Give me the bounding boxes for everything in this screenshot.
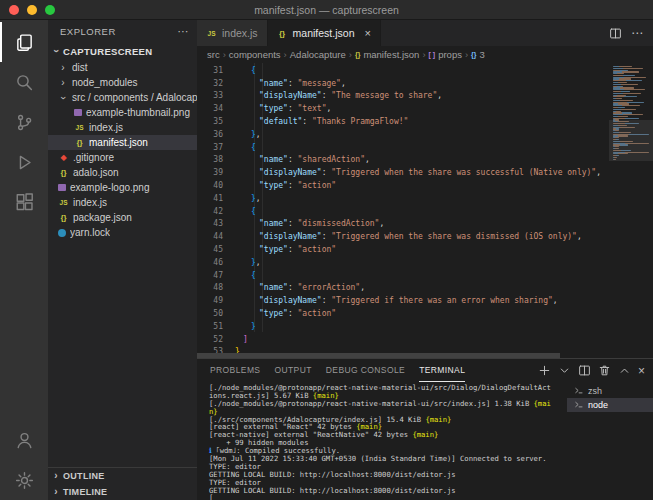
minimap-slider[interactable]	[609, 120, 653, 161]
image-file-icon	[58, 184, 66, 191]
line-number: 39	[197, 168, 235, 177]
tree-item-src-components-adalocapture[interactable]: ›src / components / Adalocapture	[48, 90, 197, 105]
close-tab-icon[interactable]: ×	[364, 27, 370, 39]
json-symbol-icon: {}	[355, 51, 360, 58]
code-text: "type": "text",	[235, 104, 331, 113]
activity-bar-bottom	[0, 420, 48, 500]
code-line[interactable]: 49"displayName": "Triggered if there was…	[197, 294, 653, 307]
explorer-sidebar: EXPLORER ⋯ › CAPTURESCREEN ›dist›node_mo…	[48, 20, 197, 500]
breadcrumb-adalocapture[interactable]: Adalocapture	[290, 49, 346, 60]
breadcrumb-src[interactable]: src	[207, 49, 220, 60]
code-line[interactable]: 38"name": "sharedAction",	[197, 154, 653, 167]
zoom-window-button[interactable]	[45, 5, 55, 15]
code-line[interactable]: 43"name": "dismissedAction",	[197, 218, 653, 231]
close-panel-icon[interactable]: ×	[638, 364, 645, 378]
minimap[interactable]	[609, 63, 653, 358]
panel-tab-debug-console[interactable]: DEBUG CONSOLE	[326, 359, 405, 382]
terminal-picker-icon[interactable]	[558, 364, 571, 377]
terminal-output[interactable]: [./node_modules/@protonapp/react-native-…	[197, 382, 567, 500]
tree-item-label: example-thumbnail.png	[86, 107, 190, 118]
activity-explorer-button[interactable]	[0, 22, 48, 62]
split-terminal-icon[interactable]	[578, 364, 591, 377]
code-line[interactable]: 31{	[197, 64, 653, 77]
code-editor[interactable]: 31{32"name": "message",33"displayName": …	[197, 63, 653, 358]
tree-item-example-thumbnail-png[interactable]: example-thumbnail.png	[48, 105, 197, 120]
json-file-icon: {}	[74, 138, 85, 147]
breadcrumb-label: components	[229, 49, 281, 60]
breadcrumb-manifest-json[interactable]: {}manifest.json	[355, 49, 419, 60]
code-line[interactable]: 51}	[197, 320, 653, 333]
code-text: "displayName": "Triggered when the share…	[235, 168, 601, 177]
panel-tab-output[interactable]: OUTPUT	[274, 359, 311, 382]
code-text: "displayName": "Triggered if there was a…	[235, 296, 558, 305]
code-line[interactable]: 33"displayName": "The message to share",	[197, 90, 653, 103]
tree-item-adalo-json[interactable]: {}adalo.json	[48, 165, 197, 180]
code-line[interactable]: 45"type": "action"	[197, 243, 653, 256]
kill-terminal-icon[interactable]	[598, 364, 611, 377]
breadcrumb-label: 3	[480, 49, 485, 60]
code-line[interactable]: 36},	[197, 128, 653, 141]
tab-manifest-json[interactable]: {}manifest.json×	[268, 20, 381, 46]
file-tree: ›dist›node_modules›src / components / Ad…	[48, 60, 197, 467]
tree-item-node-modules[interactable]: ›node_modules	[48, 75, 197, 90]
tree-item-gitignore[interactable]: ◆.gitignore	[48, 150, 197, 165]
tree-item-manifest-json[interactable]: {}manifest.json	[48, 135, 197, 150]
breadcrumb-3[interactable]: {}3	[471, 49, 485, 60]
code-line[interactable]: 52]	[197, 333, 653, 346]
scrollbar-thumb[interactable]	[197, 353, 560, 358]
breadcrumb-props[interactable]: [ ]props	[429, 49, 462, 60]
code-line[interactable]: 40"type": "action"	[197, 179, 653, 192]
vscode-window: manifest.json — capturescreen EXPLORER ⋯…	[0, 0, 653, 500]
code-text: },	[235, 194, 261, 203]
tree-item-yarn-lock[interactable]: yarn.lock	[48, 225, 197, 240]
horizontal-scrollbar[interactable]	[197, 353, 609, 358]
tree-item-index-js[interactable]: JSindex.js	[48, 120, 197, 135]
code-line[interactable]: 48"name": "errorAction",	[197, 282, 653, 295]
code-line[interactable]: 47{	[197, 269, 653, 282]
code-line[interactable]: 46},	[197, 256, 653, 269]
new-terminal-icon[interactable]	[538, 364, 551, 377]
code-line[interactable]: 41},	[197, 192, 653, 205]
sidebar-section-outline[interactable]: ›OUTLINE	[48, 468, 197, 484]
panel-tab-problems[interactable]: PROBLEMS	[210, 359, 260, 382]
tab-index-js[interactable]: JSindex.js	[197, 20, 268, 46]
tree-item-dist[interactable]: ›dist	[48, 60, 197, 75]
close-window-button[interactable]	[9, 5, 19, 15]
activity-source-control-button[interactable]	[0, 102, 48, 142]
code-line[interactable]: 35"default": "Thanks PramgaFlow!"	[197, 115, 653, 128]
chevron-down-icon: ›	[58, 93, 68, 103]
activity-search-button[interactable]	[0, 62, 48, 102]
code-line[interactable]: 37{	[197, 141, 653, 154]
panel-tab-terminal[interactable]: TERMINAL	[419, 359, 465, 382]
split-editor-icon[interactable]	[609, 27, 622, 40]
code-text: "type": "action"	[235, 309, 336, 318]
workspace-section-header[interactable]: › CAPTURESCREEN	[48, 42, 197, 60]
maximize-panel-icon[interactable]	[618, 364, 631, 377]
line-number: 52	[197, 335, 235, 344]
terminal-session-zsh[interactable]: zsh	[567, 384, 653, 398]
code-text: "name": "message",	[235, 79, 346, 88]
code-line[interactable]: 32"name": "message",	[197, 77, 653, 90]
breadcrumb-components[interactable]: components	[229, 49, 281, 60]
yarn-file-icon	[58, 229, 66, 237]
minimize-window-button[interactable]	[27, 5, 37, 15]
terminal-line: [Mon Jul 11 2022 15:33:40 GMT+0530 (Indi…	[209, 455, 563, 463]
tree-item-label: dist	[72, 62, 88, 73]
code-line[interactable]: 42{	[197, 205, 653, 218]
activity-extensions-button[interactable]	[0, 182, 48, 222]
code-line[interactable]: 44"displayName": "Triggered when the sha…	[197, 230, 653, 243]
more-actions-icon[interactable]: ⋯	[178, 25, 190, 38]
terminal-session-node[interactable]: node	[567, 398, 653, 412]
code-line[interactable]: 39"displayName": "Triggered when the sha…	[197, 166, 653, 179]
activity-settings-button[interactable]	[0, 460, 48, 500]
code-line[interactable]: 50"type": "action"	[197, 307, 653, 320]
activity-run-debug-button[interactable]	[0, 142, 48, 182]
tree-item-package-json[interactable]: {}package.json	[48, 210, 197, 225]
sidebar-section-timeline[interactable]: ›TIMELINE	[48, 484, 197, 500]
more-editor-actions-icon[interactable]: ⋯	[631, 26, 643, 40]
line-number: 48	[197, 283, 235, 292]
activity-account-button[interactable]	[0, 420, 48, 460]
tree-item-example-logo-png[interactable]: example-logo.png	[48, 180, 197, 195]
tree-item-index-js[interactable]: JSindex.js	[48, 195, 197, 210]
code-line[interactable]: 34"type": "text",	[197, 102, 653, 115]
